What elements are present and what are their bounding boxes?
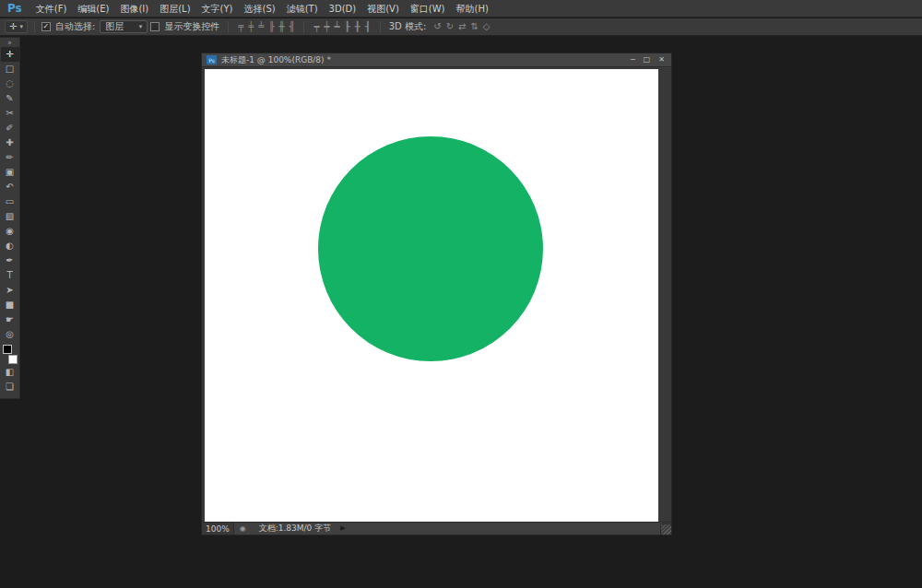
resize-grip[interactable]	[660, 523, 671, 535]
hand-tool-icon: ☛	[6, 315, 14, 324]
separator	[228, 21, 229, 33]
3d-roll-icon[interactable]: ↻	[446, 22, 454, 31]
menu-edit[interactable]: 编辑(E)	[72, 0, 114, 18]
tool-pen[interactable]: ✒	[1, 253, 19, 268]
clone-stamp-tool-icon: ▣	[6, 168, 14, 177]
align-horizontal-centers-icon[interactable]: ╫	[278, 22, 284, 31]
auto-select-target-dropdown[interactable]: 图层 ▾	[100, 20, 148, 33]
document-viewport	[202, 68, 671, 522]
document-status-bar: 100% ◉ 文档:1.83M/0 字节 ▶	[202, 522, 671, 535]
tool-gradient[interactable]: ▧	[1, 209, 19, 224]
status-icon: ◉	[240, 525, 246, 533]
align-right-edges-icon[interactable]: ╢	[289, 22, 294, 31]
separator	[34, 21, 35, 33]
quick-selection-tool-icon: ✎	[6, 94, 13, 103]
photoshop-logo: Ps	[4, 2, 30, 15]
maximize-icon[interactable]: □	[644, 56, 651, 64]
status-flyout-arrow-icon[interactable]: ▶	[340, 525, 345, 532]
green-circle-shape	[318, 136, 543, 361]
tool-healing-brush[interactable]: ✚	[1, 135, 19, 150]
options-bar: ✛ ▾ ✓ 自动选择: 图层 ▾ 显示变换控件 ╤ ╪ ╧ ╟ ╫ ╢ ┯ ┿ …	[0, 18, 922, 36]
menu-file[interactable]: 文件(F)	[30, 0, 73, 18]
dodge-tool-icon: ◐	[6, 241, 14, 251]
menu-image[interactable]: 图像(I)	[114, 0, 154, 18]
tool-type[interactable]: T	[1, 268, 19, 283]
blur-tool-icon: ◉	[6, 227, 14, 236]
separator	[303, 21, 304, 33]
tool-blur[interactable]: ◉	[1, 224, 19, 239]
panel-collapse-button[interactable]: »	[7, 39, 12, 47]
distribute-icons-group: ┯ ┿ ┷ ┠ ╂ ┨	[313, 22, 370, 31]
foreground-color-swatch[interactable]	[3, 345, 12, 354]
document-icon: Ps	[207, 55, 217, 65]
chevron-down-icon: ▾	[19, 24, 23, 30]
menu-window[interactable]: 窗口(W)	[405, 0, 451, 18]
menu-select[interactable]: 选择(S)	[238, 0, 280, 18]
tool-brush[interactable]: ✏	[1, 150, 19, 165]
tool-eraser[interactable]: ▭	[1, 194, 19, 209]
3d-rotate-icon[interactable]: ↺	[433, 22, 441, 31]
tool-history-brush[interactable]: ↶	[1, 180, 19, 194]
align-bottom-edges-icon[interactable]: ╧	[258, 22, 264, 31]
menu-filter[interactable]: 滤镜(T)	[281, 0, 324, 18]
3d-scale-icon[interactable]: ◇	[483, 22, 491, 31]
path-selection-tool-icon: ➤	[6, 286, 13, 295]
tool-rectangular-marquee[interactable]: □	[1, 62, 19, 76]
tool-move[interactable]: ✛	[1, 47, 19, 62]
close-icon[interactable]: ✕	[658, 56, 665, 64]
chevron-down-icon: ▾	[139, 24, 143, 30]
minimize-icon[interactable]: ─	[631, 56, 635, 64]
zoom-level-field[interactable]: 100%	[202, 523, 234, 535]
marquee-tool-icon: □	[6, 65, 14, 74]
tool-shape[interactable]: ■	[1, 298, 19, 312]
align-left-edges-icon[interactable]: ╟	[268, 22, 274, 31]
healing-brush-tool-icon: ✚	[6, 138, 13, 147]
move-tool-preset-icon: ✛	[9, 22, 17, 31]
color-swatches	[1, 345, 19, 364]
tool-dodge[interactable]: ◐	[1, 239, 19, 253]
auto-select-checkbox[interactable]: ✓	[41, 22, 51, 31]
align-top-edges-icon[interactable]: ╤	[238, 22, 243, 31]
brush-tool-icon: ✏	[6, 153, 13, 162]
gradient-tool-icon: ▧	[6, 212, 14, 221]
menu-3d[interactable]: 3D(D)	[324, 0, 362, 18]
menu-layer[interactable]: 图层(L)	[154, 0, 195, 18]
distribute-top-edges-icon[interactable]: ┯	[313, 22, 319, 31]
auto-select-label: 自动选择:	[55, 20, 95, 33]
tool-path-selection[interactable]: ➤	[1, 283, 19, 298]
distribute-horizontal-centers-icon[interactable]: ╂	[355, 22, 361, 31]
menu-view[interactable]: 视图(V)	[361, 0, 405, 18]
menu-help[interactable]: 帮助(H)	[451, 0, 494, 18]
tool-hand[interactable]: ☛	[1, 312, 19, 327]
window-controls: ─ □ ✕	[631, 56, 667, 64]
tool-eyedropper[interactable]: ✐	[1, 121, 19, 135]
background-color-swatch[interactable]	[8, 355, 18, 364]
document-titlebar[interactable]: Ps 未标题-1 @ 100%(RGB/8) * ─ □ ✕	[202, 53, 671, 67]
3d-slide-icon[interactable]: ⇅	[470, 22, 478, 31]
history-brush-tool-icon: ↶	[6, 182, 13, 192]
canvas[interactable]	[205, 69, 658, 522]
auto-select-target-value: 图层	[105, 20, 124, 33]
tool-screen-mode[interactable]: ❏	[1, 380, 19, 394]
tool-lasso[interactable]: ◌	[1, 76, 19, 91]
align-vertical-centers-icon[interactable]: ╪	[248, 22, 254, 31]
distribute-right-edges-icon[interactable]: ┨	[365, 22, 371, 31]
distribute-bottom-edges-icon[interactable]: ┷	[335, 22, 340, 31]
distribute-vertical-centers-icon[interactable]: ┿	[325, 22, 330, 31]
show-transform-checkbox[interactable]	[150, 22, 160, 31]
tool-quick-selection[interactable]: ✎	[1, 91, 19, 106]
tool-zoom[interactable]: ◎	[1, 327, 19, 342]
document-title: 未标题-1 @ 100%(RGB/8) *	[221, 54, 331, 66]
tool-crop[interactable]: ✂	[1, 106, 19, 121]
tool-quick-mask[interactable]: ◧	[1, 365, 19, 380]
3d-drag-icon[interactable]: ⇄	[458, 22, 466, 31]
3d-mode-icons-group: ↺ ↻ ⇄ ⇅ ◇	[433, 22, 490, 31]
eraser-tool-icon: ▭	[6, 197, 14, 206]
tool-preset-picker[interactable]: ✛ ▾	[5, 20, 28, 33]
tools-panel: » ✛ □ ◌ ✎ ✂ ✐ ✚ ✏ ▣ ↶ ▭ ▧ ◉ ◐ ✒ T ➤ ■ ☛ …	[0, 37, 20, 399]
tool-clone-stamp[interactable]: ▣	[1, 165, 19, 180]
document-size-info: 文档:1.83M/0 字节	[259, 523, 331, 535]
crop-tool-icon: ✂	[6, 109, 13, 118]
distribute-left-edges-icon[interactable]: ┠	[345, 22, 350, 31]
menu-type[interactable]: 文字(Y)	[196, 0, 239, 18]
